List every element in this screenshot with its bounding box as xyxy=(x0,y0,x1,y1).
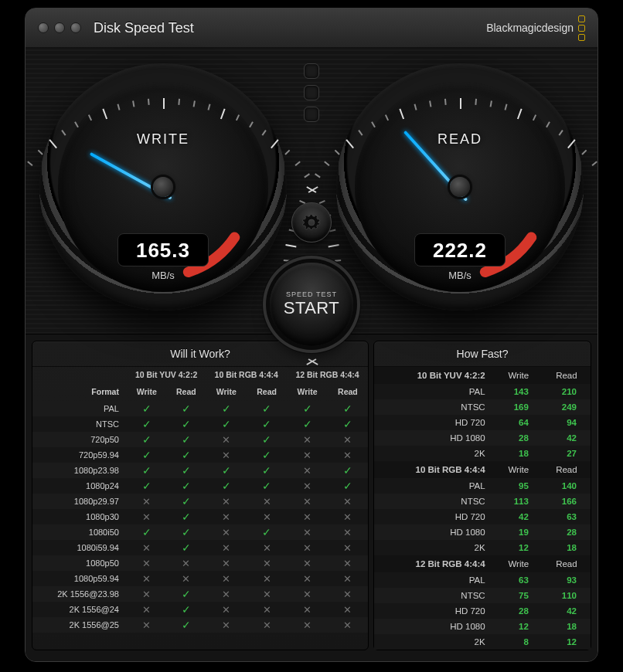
table-row: PAL6393 xyxy=(374,572,591,588)
table-row: 1080p29.97✕✓✕✕✕✕ xyxy=(32,494,368,509)
format-label: 1080p23.98 xyxy=(32,463,127,478)
write-fps: 18 xyxy=(495,446,543,461)
cross-icon: ✕ xyxy=(206,540,247,555)
check-icon: ✓ xyxy=(328,401,368,416)
write-fps: 75 xyxy=(495,588,543,603)
cross-icon: ✕ xyxy=(127,617,167,633)
format-label: NTSC xyxy=(374,494,495,509)
close-icon[interactable] xyxy=(38,22,49,33)
cross-icon: ✕ xyxy=(127,494,167,509)
check-icon: ✓ xyxy=(127,401,167,416)
format-label: HD 1080 xyxy=(374,430,495,446)
table-row: PAL95140 xyxy=(374,478,591,494)
check-icon: ✓ xyxy=(127,478,167,494)
cross-icon: ✕ xyxy=(328,602,368,617)
cross-icon: ✕ xyxy=(206,602,247,617)
format-label: HD 720 xyxy=(374,415,495,430)
check-icon: ✓ xyxy=(247,447,287,463)
write-fps: 28 xyxy=(495,603,543,619)
cross-icon: ✕ xyxy=(328,540,368,555)
brand-logo-icon xyxy=(578,15,585,41)
table-row: NTSC113166 xyxy=(374,494,591,509)
format-label: HD 720 xyxy=(374,509,495,524)
check-icon: ✓ xyxy=(206,401,247,416)
format-label: 2K xyxy=(374,634,495,650)
gauge-write-value: 165.3 xyxy=(117,233,209,266)
write-fps: 12 xyxy=(495,619,543,634)
write-fps: 12 xyxy=(495,540,543,555)
check-icon: ✓ xyxy=(247,416,287,432)
gauge-read-label: READ xyxy=(336,131,584,148)
cross-icon: ✕ xyxy=(287,509,328,524)
cross-icon: ✕ xyxy=(287,432,328,447)
hf-group-header: 10 Bit YUV 4:2:2WriteRead xyxy=(374,367,591,384)
write-fps: 28 xyxy=(495,430,543,446)
check-icon: ✓ xyxy=(247,478,287,494)
format-label: 2K 1556@25 xyxy=(32,617,127,633)
write-fps: 42 xyxy=(495,509,543,524)
gauge-write-label: WRITE xyxy=(39,131,287,148)
check-icon: ✓ xyxy=(127,416,167,432)
gauge-write: WRITE 165.3 MB/s xyxy=(39,63,287,311)
read-fps: 249 xyxy=(543,399,591,415)
status-lamp-3 xyxy=(304,107,319,122)
cross-icon: ✕ xyxy=(206,555,247,571)
format-label: PAL xyxy=(374,572,495,588)
read-fps: 18 xyxy=(543,540,591,555)
cross-icon: ✕ xyxy=(206,494,247,509)
table-row: 2K1218 xyxy=(374,540,591,555)
check-icon: ✓ xyxy=(166,540,206,555)
start-button[interactable]: SPEED TEST START xyxy=(270,263,353,346)
window-controls xyxy=(38,22,81,33)
format-label: NTSC xyxy=(32,416,127,432)
check-icon: ✓ xyxy=(247,401,287,416)
cross-icon: ✕ xyxy=(328,555,368,571)
write-fps: 8 xyxy=(495,634,543,650)
table-row: HD 7206494 xyxy=(374,415,591,430)
cross-icon: ✕ xyxy=(247,540,287,555)
cross-icon: ✕ xyxy=(127,602,167,617)
format-label: 2K xyxy=(374,540,495,555)
check-icon: ✓ xyxy=(166,617,206,633)
gear-icon xyxy=(302,213,321,232)
read-fps: 94 xyxy=(543,415,591,430)
zoom-icon[interactable] xyxy=(70,22,81,33)
cross-icon: ✕ xyxy=(206,586,247,602)
check-icon: ✓ xyxy=(166,586,206,602)
cross-icon: ✕ xyxy=(247,602,287,617)
table-row: 2K 1556@23.98✕✓✕✕✕✕ xyxy=(32,586,368,602)
brand-label: Blackmagicdesign xyxy=(486,22,574,34)
format-label: 1080i50 xyxy=(32,524,127,540)
read-fps: 93 xyxy=(543,572,591,588)
check-icon: ✓ xyxy=(127,463,167,478)
cross-icon: ✕ xyxy=(287,540,328,555)
titlebar[interactable]: Disk Speed Test Blackmagicdesign xyxy=(26,8,597,48)
cross-icon: ✕ xyxy=(206,524,247,540)
write-fps: 95 xyxy=(495,478,543,494)
read-fps: 28 xyxy=(543,524,591,540)
format-label: NTSC xyxy=(374,588,495,603)
table-row: 2K1827 xyxy=(374,446,591,461)
check-icon: ✓ xyxy=(287,416,328,432)
cross-icon: ✕ xyxy=(247,571,287,586)
read-fps: 18 xyxy=(543,619,591,634)
format-label: 1080i59.94 xyxy=(32,540,127,555)
table-row: NTSC✓✓✓✓✓✓ xyxy=(32,416,368,432)
app-window: Disk Speed Test Blackmagicdesign WRITE 1… xyxy=(25,8,598,662)
table-row: HD 10801218 xyxy=(374,619,591,634)
hf-group-header: 12 Bit RGB 4:4:4WriteRead xyxy=(374,555,591,572)
check-icon: ✓ xyxy=(206,416,247,432)
cross-icon: ✕ xyxy=(287,617,328,633)
check-icon: ✓ xyxy=(247,524,287,540)
settings-button[interactable] xyxy=(291,202,332,243)
read-fps: 166 xyxy=(543,494,591,509)
app-title: Disk Speed Test xyxy=(94,20,486,36)
format-label: 2K xyxy=(374,446,495,461)
table-row: 2K 1556@25✕✓✕✕✕✕ xyxy=(32,617,368,633)
cross-icon: ✕ xyxy=(328,524,368,540)
cross-icon: ✕ xyxy=(287,586,328,602)
minimize-icon[interactable] xyxy=(54,22,65,33)
table-row: PAL143210 xyxy=(374,384,591,399)
cross-icon: ✕ xyxy=(287,524,328,540)
cross-icon: ✕ xyxy=(127,571,167,586)
